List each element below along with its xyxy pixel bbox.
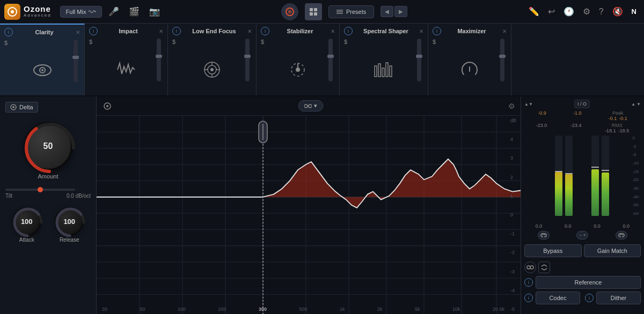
freq-500: 500 xyxy=(299,306,307,312)
db-1: 1 xyxy=(510,193,516,199)
freq-100: 100 xyxy=(178,306,186,312)
scale-neg6: -6 xyxy=(632,152,639,157)
maximizer-close-button[interactable]: ✕ xyxy=(502,28,507,34)
db-0: 0 xyxy=(510,212,516,218)
link-icon-2[interactable]: − + xyxy=(576,231,588,240)
spectral-fader[interactable] xyxy=(417,39,421,81)
io-down-arrow: ▼ xyxy=(636,102,641,107)
camera-icon-button[interactable]: 📷 xyxy=(146,4,163,19)
maximizer-dial-icon xyxy=(459,59,480,80)
low-end-info-button[interactable]: i xyxy=(172,27,181,35)
tilt-slider[interactable] xyxy=(5,189,75,191)
svg-point-40 xyxy=(304,104,308,108)
module-impact[interactable]: i Impact ✕ $ xyxy=(85,24,168,95)
dither-info-button[interactable]: i xyxy=(585,294,594,302)
reference-info-button[interactable]: i xyxy=(524,278,533,287)
svg-point-69 xyxy=(530,266,533,269)
maximizer-info-button[interactable]: i xyxy=(433,27,441,35)
codec-button[interactable]: Codec xyxy=(536,291,580,304)
full-mix-button[interactable]: Full Mix xyxy=(60,6,103,18)
tilt-section: Tilt 0.0 dB/oct xyxy=(5,189,91,199)
canvas-top-bar: ▾ ⚙ xyxy=(97,96,521,116)
ear-svg-icon xyxy=(103,102,112,110)
bypass-button[interactable]: Bypass xyxy=(524,244,582,257)
comparison-toggle-button[interactable]: ▾ xyxy=(298,100,323,111)
row-reference: i Reference xyxy=(524,276,641,289)
mute-icon-button[interactable]: 🔇 xyxy=(609,4,626,19)
module-stabilizer[interactable]: i Stabilizer ✕ $ xyxy=(257,24,340,95)
low-end-fader[interactable] xyxy=(245,39,250,81)
undo-icon-button[interactable]: ↩ xyxy=(545,4,558,19)
low-end-close-button[interactable]: ✕ xyxy=(247,28,252,34)
spectral-info-button[interactable]: i xyxy=(344,27,353,35)
rms-val-2: -18.5 xyxy=(618,128,630,133)
spectral-title: Spectral Shaper xyxy=(363,28,408,34)
module-spectral-shaper[interactable]: i Spectral Shaper ✕ $ xyxy=(340,24,428,95)
link-icon-1[interactable] xyxy=(538,231,550,240)
impact-info-button[interactable]: i xyxy=(89,27,98,35)
maximizer-dollar-icon: $ xyxy=(433,39,436,45)
link-icon-3[interactable] xyxy=(616,231,627,240)
pencil-icon-button[interactable]: ✏️ xyxy=(525,4,543,19)
prev-preset-button[interactable]: ◀ xyxy=(380,6,393,17)
next-preset-button[interactable]: ▶ xyxy=(394,6,407,17)
meter-bar-2 xyxy=(565,136,574,221)
module-strip: i Clarity ✕ $ i Impact ✕ $ xyxy=(0,24,644,96)
freq-50: 50 xyxy=(140,306,145,312)
reference-button[interactable]: Reference xyxy=(536,276,641,289)
bottom-val-4: 0.0 xyxy=(623,223,630,229)
freq-10k: 10k xyxy=(452,306,460,312)
impact-fader[interactable] xyxy=(157,39,161,81)
freq-300: 300 xyxy=(259,306,267,312)
clarity-dollar-icon: $ xyxy=(4,40,8,46)
freq-200: 200 xyxy=(218,306,226,312)
scale-neg3: -3 xyxy=(632,144,639,149)
amount-knob[interactable]: 50 xyxy=(24,122,72,170)
db-neg4: -4 xyxy=(510,288,516,293)
release-knob[interactable]: 100 xyxy=(55,207,83,235)
gain-match-button[interactable]: Gain Match xyxy=(584,244,641,257)
maximizer-fader[interactable] xyxy=(500,39,504,81)
clarity-info-button[interactable]: i xyxy=(4,28,13,36)
meter-bar-4 xyxy=(602,136,610,221)
stabilizer-fader[interactable] xyxy=(328,39,333,81)
release-knob-wrap: 100 Release xyxy=(55,207,83,243)
video-icon-button[interactable]: 🎬 xyxy=(126,4,143,19)
scale-neg20: -20 xyxy=(632,177,639,182)
rms-val-1: -18.1 xyxy=(605,128,616,133)
peak-val-2: -0.1 xyxy=(619,116,627,121)
history-icon-button[interactable]: 🕐 xyxy=(560,4,577,19)
swap-icon-button[interactable] xyxy=(538,261,550,273)
clarity-fader[interactable] xyxy=(74,40,78,83)
bottom-controls: i Reference i Codec i Dither xyxy=(524,261,641,304)
presets-button[interactable]: Presets xyxy=(328,5,374,18)
svg-point-1 xyxy=(11,10,14,13)
presets-label: Presets xyxy=(346,9,366,15)
settings-icon-button[interactable]: ⚙ xyxy=(580,4,594,19)
io-up-arrow: ▲ xyxy=(631,102,635,107)
grid-view-icon[interactable] xyxy=(305,3,322,20)
codec-info-button[interactable]: i xyxy=(524,294,533,302)
rms-header: -23.0 -23.4 RMS -18.1 -18.5 xyxy=(524,123,641,133)
clarity-close-button[interactable]: ✕ xyxy=(76,29,80,35)
module-low-end-focus[interactable]: i Low End Focus ✕ $ xyxy=(168,24,257,95)
mic-icon-button[interactable]: 🎤 xyxy=(105,4,122,19)
stabilizer-close-button[interactable]: ✕ xyxy=(331,28,335,34)
analyzer-circle-icon[interactable] xyxy=(281,3,298,20)
io-arrows: ▲ ▼ xyxy=(631,102,641,107)
attack-knob[interactable]: 100 xyxy=(13,207,41,235)
module-maximizer[interactable]: i Maximizer ✕ $ xyxy=(428,24,511,95)
impact-close-button[interactable]: ✕ xyxy=(159,28,163,34)
db-neg2: -2 xyxy=(510,250,516,255)
delta-button[interactable]: Delta xyxy=(5,102,38,113)
spectral-close-button[interactable]: ✕ xyxy=(419,28,423,34)
N-icon-button[interactable]: N xyxy=(628,5,640,18)
module-clarity[interactable]: i Clarity ✕ $ xyxy=(0,24,85,95)
stereo-icon-button[interactable] xyxy=(524,261,536,273)
compare-icon xyxy=(304,103,312,109)
dither-button[interactable]: Dither xyxy=(596,291,641,304)
clarity-title: Clarity xyxy=(35,29,53,35)
stabilizer-info-button[interactable]: i xyxy=(261,27,269,35)
canvas-settings-icon[interactable]: ⚙ xyxy=(508,102,515,110)
help-icon-button[interactable]: ? xyxy=(596,5,607,19)
